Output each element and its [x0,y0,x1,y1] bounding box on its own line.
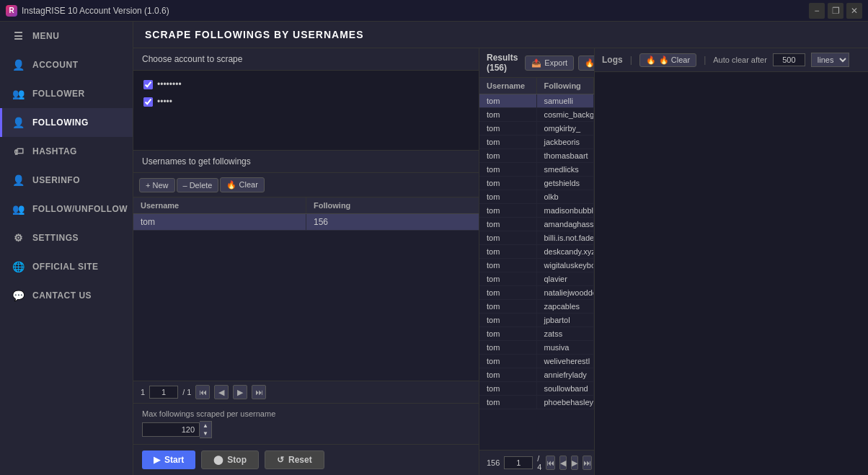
results-row[interactable]: tom getshields [479,177,594,190]
results-row[interactable]: tom smedlicks [479,163,594,177]
hashtag-icon: 🏷 [12,145,25,158]
restore-button[interactable]: ❐ [828,3,843,19]
results-following-cell: billi.is.not.faded [537,231,595,244]
sidebar-item-official-site[interactable]: 🌐 OFFICIAL SITE [0,252,133,281]
results-first-button[interactable]: ⏮ [546,456,555,470]
results-row[interactable]: tom weliveherestl [479,355,594,368]
reset-button[interactable]: ↺ Reset [265,450,324,469]
auto-clear-unit-dropdown[interactable]: lines [811,53,849,67]
userinfo-icon: 👤 [12,174,25,187]
results-row[interactable]: tom jpbartol [479,314,594,327]
results-username-cell: tom [479,190,537,203]
results-row[interactable]: tom deskcandy.xyz [479,245,594,259]
results-prev-button[interactable]: ◀ [559,456,567,470]
results-username-cell: tom [479,314,537,327]
results-page-input[interactable] [504,456,533,469]
sidebar-item-following[interactable]: 👤 FOLLOWING [0,108,133,137]
results-row[interactable]: tom madisonbubbler [479,204,594,218]
results-following-cell: amandaghassaei [537,218,595,231]
following-col-header: Following [306,197,479,213]
results-next-button[interactable]: ▶ [571,456,578,470]
action-buttons: ▶ Start ⬤ Stop ↺ Reset [133,444,479,475]
results-following-cell: getshields [537,177,595,190]
results-count: Results (156) [487,53,518,73]
results-row[interactable]: tom billi.is.not.faded [479,231,594,245]
account-list: •••••••• ••••• [133,71,479,150]
sidebar-item-userinfo[interactable]: 👤 USERINFO [0,166,133,195]
sidebar-item-settings[interactable]: ⚙ SETTINGS [0,223,133,252]
results-username-cell: tom [479,136,537,148]
results-row[interactable]: tom phoebehasley [479,396,594,409]
max-followings-section: Max followings scraped per username ▲ ▼ [133,403,479,444]
results-row[interactable]: tom zapcables [479,300,594,314]
sidebar-item-contact-us[interactable]: 💬 CANTACT US [0,281,133,310]
logs-clear-button[interactable]: 🔥 🔥 Clear [639,53,696,67]
page-last-button[interactable]: ⏭ [252,385,266,399]
start-button[interactable]: ▶ Start [142,450,195,469]
export-label: Export [544,58,567,67]
export-button[interactable]: 📤 Export [525,56,574,71]
start-label: Start [164,455,184,465]
page-next-button[interactable]: ▶ [233,385,247,399]
results-row[interactable]: tom amandaghassaei [479,218,594,231]
sidebar-item-hashtag[interactable]: 🏷 HASHTAG [0,137,133,166]
page-prev-button[interactable]: ◀ [214,385,229,399]
reset-label: Reset [288,455,312,465]
username-table-row[interactable]: tom 156 [133,214,479,231]
username-toolbar: + New – Delete 🔥 Clear [133,173,479,197]
sidebar-item-menu[interactable]: ☰ MENU [0,22,133,50]
username-page-input[interactable] [149,386,178,399]
account-checkbox-1[interactable] [143,80,153,89]
results-row[interactable]: tom omgkirby_ [479,122,594,136]
results-total-count: 156 [487,458,500,467]
delete-button[interactable]: – Delete [177,178,219,192]
titlebar-left: R InstagRISE 10 Account Version (1.0.6) [6,5,169,17]
results-pagination: 156 / 4 ⏮ ◀ ▶ ⏭ [479,450,594,475]
results-row[interactable]: tom qlavier [479,272,594,286]
sidebar-item-follower[interactable]: 👥 FOLLOWER [0,79,133,108]
results-row[interactable]: tom soullowband [479,382,594,396]
results-username-cell: tom [479,149,537,162]
results-following-cell: phoebehasley [537,396,595,409]
results-last-button[interactable]: ⏭ [583,456,592,470]
results-row[interactable]: tom zatss [479,327,594,341]
max-followings-input[interactable] [142,422,200,437]
page-title: SCRAPE FOLLOWINGS BY USERNAMES [145,29,364,40]
clear-results-button[interactable]: 🔥 Clear [578,56,594,71]
results-username-cell: tom [479,204,537,217]
new-button[interactable]: + New [139,178,175,192]
results-row[interactable]: tom wigitaluskeyboards [479,259,594,272]
results-total-pages: / 4 [537,454,541,471]
account-checkbox-2[interactable] [143,97,153,107]
minimize-button[interactable]: − [809,3,825,19]
results-following-cell: weliveherestl [537,355,595,368]
results-table-header: Username Following [479,78,594,94]
results-row[interactable]: tom nataliejwooddesigns [479,286,594,300]
spinner-up-button[interactable]: ▲ [200,422,211,430]
results-row[interactable]: tom musiva [479,341,594,355]
titlebar: R InstagRISE 10 Account Version (1.0.6) … [0,0,868,22]
official-site-icon: 🌐 [12,260,25,273]
results-panel: Results (156) 📤 Export 🔥 Clear Username … [479,48,594,475]
close-button[interactable]: ✕ [846,3,862,19]
spinner-down-button[interactable]: ▼ [200,430,211,438]
results-row[interactable]: tom jackbeoris [479,136,594,149]
logs-content [595,72,868,475]
results-row[interactable]: tom anniefrylady [479,368,594,382]
results-row[interactable]: tom samuelli [479,94,594,108]
app-layout: ☰ MENU 👤 ACCOUNT 👥 FOLLOWER 👤 FOLLOWING … [0,22,868,475]
page-header: SCRAPE FOLLOWINGS BY USERNAMES [133,22,868,48]
results-row[interactable]: tom cosmic_background [479,108,594,122]
results-following-cell: omgkirby_ [537,122,595,135]
sidebar-item-account[interactable]: 👤 ACCOUNT [0,50,133,79]
sidebar-item-follow-unfollow[interactable]: 👥 FOLLOW/UNFOLLOW [0,195,133,223]
clear-usernames-button[interactable]: 🔥 Clear [220,177,264,192]
auto-clear-input[interactable] [773,53,805,66]
page-first-button[interactable]: ⏮ [195,385,210,399]
reset-icon: ↺ [277,455,284,465]
sidebar-label-account: ACCOUNT [32,60,79,70]
results-row[interactable]: tom thomasbaart [479,149,594,163]
stop-button[interactable]: ⬤ Stop [201,450,259,469]
sidebar-label-contact-us: CANTACT US [32,290,92,301]
results-row[interactable]: tom olkb [479,190,594,204]
